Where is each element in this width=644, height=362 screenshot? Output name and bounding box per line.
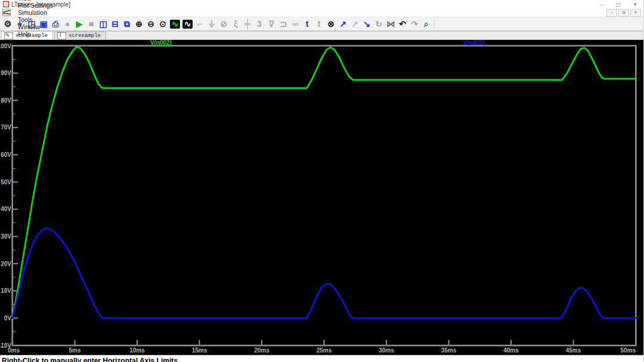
status-bar: Right-Click to manually enter Horizontal… xyxy=(0,355,643,362)
minimize-button[interactable]: — xyxy=(593,0,610,8)
x-tick-label[interactable]: 10ms xyxy=(129,347,145,354)
toolbar-diode-icon: ⊽ xyxy=(266,18,277,29)
menu-bar: FileViewPlot SettingsSimulationToolsWind… xyxy=(0,8,643,17)
menu-item-tools[interactable]: Tools xyxy=(14,16,57,23)
toolbar-tile-vertical-icon[interactable]: ◫ xyxy=(98,18,109,29)
x-tick-label[interactable]: 0ms xyxy=(8,347,20,354)
y-tick-label[interactable]: 10V xyxy=(1,287,11,294)
tab-screxample-schematic[interactable]: ⌇screxample xyxy=(54,32,106,39)
toolbar-cut-icon[interactable]: ⊗ xyxy=(326,18,337,29)
toolbar-autorange-y-axis-icon[interactable]: ∿ xyxy=(170,20,180,29)
y-tick-label[interactable]: 90V xyxy=(1,70,11,76)
toolbar-run-icon[interactable]: ▶ xyxy=(74,18,85,29)
toolbar-pause-icon: ● xyxy=(62,18,73,29)
toolbar-cascade-windows-icon[interactable]: ⧉ xyxy=(122,18,133,29)
toolbar-fft-waveform-icon[interactable]: ∿ xyxy=(182,20,193,29)
toolbar-tile-horizontal-icon[interactable]: ⊟ xyxy=(110,18,121,29)
x-tick-label[interactable]: 25ms xyxy=(317,347,332,354)
waveform-doc-icon: ∿∿ xyxy=(4,32,13,39)
toolbar-find-icon[interactable]: ⌕ xyxy=(421,18,432,29)
toolbar-label-net-icon: ⊘ xyxy=(218,18,230,29)
tab-bar: ∿∿screxample⌇screxample xyxy=(0,32,643,40)
y-tick-label[interactable]: 80V xyxy=(1,97,11,104)
title-bar: ⚡ LTspice - [screxample] — ▢ ✕ xyxy=(0,0,643,8)
x-tick-label[interactable]: 50ms xyxy=(620,347,636,354)
x-tick-label[interactable]: 5ms xyxy=(69,347,80,354)
y-tick-label[interactable]: 40V xyxy=(1,206,11,212)
ltspice-window: ⚡ LTspice - [screxample] — ▢ ✕ FileViewP… xyxy=(0,0,644,362)
waveform-pane[interactable]: 100V90V80V70V60V50V40V30V20V10V0V-10V0ms… xyxy=(0,40,643,355)
toolbar-drag-icon[interactable]: ↘ xyxy=(361,18,373,29)
y-tick-label[interactable]: 30V xyxy=(1,233,11,240)
toolbar-zoom-in-icon[interactable]: ⊕ xyxy=(134,18,145,29)
x-tick-label[interactable]: 20ms xyxy=(254,347,270,354)
x-tick-label[interactable]: 15ms xyxy=(192,347,208,354)
toolbar-paste-icon: ↗ xyxy=(349,18,361,29)
schematic-doc-icon: ⌇ xyxy=(57,32,66,39)
y-tick-label[interactable]: 70V xyxy=(1,124,11,131)
toolbar-zoom-out-icon[interactable]: ⊖ xyxy=(145,18,157,29)
y-tick-label[interactable]: 50V xyxy=(1,179,11,185)
close-button[interactable]: ✕ xyxy=(627,0,643,8)
toolbar-spice-directive-icon: t xyxy=(314,18,325,29)
toolbar-control-panel-icon[interactable]: ⚙ xyxy=(2,18,14,29)
ltspice-logo-icon: ⚡ xyxy=(3,1,9,7)
toolbar-separator xyxy=(434,18,435,29)
x-tick-label[interactable]: 40ms xyxy=(503,347,519,354)
toolbar-halt-icon: ■ xyxy=(86,18,97,29)
toolbar-mirror-icon: ⋈ xyxy=(385,18,397,29)
menu-item-simulation[interactable]: Simulation xyxy=(14,9,57,16)
toolbar-undo-icon[interactable]: ↶ xyxy=(397,18,408,29)
maximize-button[interactable]: ▢ xyxy=(610,0,627,8)
status-text: Right-Click to manually enter Horizontal… xyxy=(2,357,178,362)
menu-item-plot-settings[interactable]: Plot Settings xyxy=(14,2,57,9)
tab-label: screxample xyxy=(69,33,101,39)
toolbar-zoom-full-extents-icon[interactable]: ⊙ xyxy=(157,18,169,29)
toolbar-redo-icon: ↷ xyxy=(409,18,420,29)
y-tick-label[interactable]: 60V xyxy=(1,151,11,158)
toolbar-wire-icon: ⌐ xyxy=(194,18,206,29)
toolbar-copy-icon[interactable]: ↗ xyxy=(338,18,349,29)
y-tick-label[interactable]: 0V xyxy=(4,315,12,321)
mdi-restore-button[interactable]: ⧉ xyxy=(618,9,629,17)
x-tick-label[interactable]: 35ms xyxy=(441,347,457,354)
toolbar-inductor-icon: 3 xyxy=(254,18,265,29)
y-tick-label[interactable]: 100V xyxy=(0,43,11,49)
x-tick-label[interactable]: 30ms xyxy=(379,347,394,354)
menu-item-window[interactable]: Window xyxy=(14,23,57,30)
mdi-minimize-button[interactable]: – xyxy=(606,9,617,17)
document-icon xyxy=(2,9,11,16)
toolbar-capacitor-icon: ╪ xyxy=(242,18,253,29)
toolbar-rotate-icon: ↻ xyxy=(373,18,385,29)
trace-label-V(n002)[interactable]: V(n002) xyxy=(150,40,172,46)
trace-label-V(n005)[interactable]: V(n005) xyxy=(463,40,485,46)
toolbar-ground-icon: ⏚ xyxy=(206,18,218,29)
toolbar-component-icon: ⊐ xyxy=(278,18,289,29)
toolbar: ⚙+◳▣⎙●▶■◫⊟⧉⊕⊖⊙∿∿⌐⏚⊘ξ╪3⊽⊐nettt⊗↗↗↘↻⋈↶↷⌕ xyxy=(0,17,643,32)
y-tick-label[interactable]: 20V xyxy=(1,261,11,267)
toolbar-net-label-icon: net xyxy=(290,18,301,29)
mdi-close-button[interactable]: ✕ xyxy=(630,9,641,17)
menu-item-help[interactable]: Help xyxy=(14,30,57,38)
waveform-plot[interactable]: 100V90V80V70V60V50V40V30V20V10V0V-10V0ms… xyxy=(0,40,644,355)
x-tick-label[interactable]: 45ms xyxy=(566,347,581,354)
toolbar-resistor-icon: ξ xyxy=(230,18,242,29)
toolbar-text-icon[interactable]: t xyxy=(302,18,313,29)
